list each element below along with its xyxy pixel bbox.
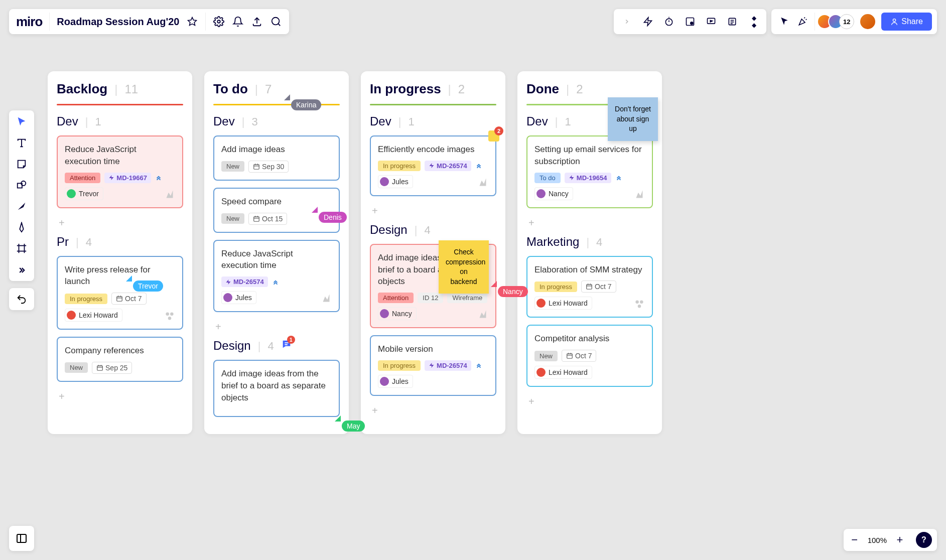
- add-card-button[interactable]: +: [57, 389, 183, 404]
- card-comment-badge[interactable]: 2: [488, 130, 499, 142]
- chevron-right-icon[interactable]: [621, 16, 633, 28]
- card-assignee: Nancy: [534, 187, 573, 200]
- card-title: Add image ideas from the brief to a boar…: [221, 368, 332, 403]
- svg-rect-46: [254, 217, 259, 221]
- more-icon[interactable]: ◆◆: [747, 16, 759, 28]
- kanban-card[interactable]: Company referencesNewSep 25: [57, 337, 183, 382]
- card-tag: Attention: [378, 293, 414, 303]
- top-left-toolbar: miro Roadmap Session Aug'20: [9, 9, 289, 34]
- timer-icon[interactable]: [663, 16, 675, 28]
- svg-point-6: [666, 19, 672, 25]
- section-title: Design: [213, 339, 251, 353]
- sync-icon: [476, 176, 489, 189]
- kanban-card[interactable]: Write press release for launchIn progres…: [57, 256, 183, 330]
- svg-rect-31: [117, 297, 122, 301]
- panel-toggle[interactable]: [9, 526, 34, 551]
- card-id: MD-26574: [221, 276, 268, 287]
- search-icon[interactable]: [270, 16, 282, 28]
- text-tool-icon[interactable]: [15, 136, 28, 150]
- kanban-column: Backlog|11Dev|1Reduce JavaScript executi…: [48, 71, 192, 434]
- column-title: Backlog: [57, 81, 107, 97]
- star-icon[interactable]: [186, 16, 198, 28]
- section-count: 3: [251, 115, 257, 128]
- comment-icon[interactable]: 1: [281, 339, 292, 350]
- zoom-control: − 100% + ?: [844, 529, 937, 551]
- kanban-card[interactable]: Competitor analysisNewOct 7Lexi Howard: [526, 325, 653, 387]
- card-assignee: Lexi Howard: [534, 297, 592, 310]
- share-button[interactable]: Share: [881, 13, 932, 31]
- zoom-out[interactable]: −: [849, 534, 861, 546]
- priority-icon: [615, 174, 622, 181]
- confetti-icon[interactable]: [796, 16, 808, 28]
- kanban-card[interactable]: Elaboration of SMM strategyIn progressOc…: [526, 256, 653, 318]
- card-tag: Attention: [65, 173, 100, 183]
- kanban-card[interactable]: Mobile versionIn progressMD-26574Jules: [370, 335, 496, 396]
- arrow-tool-icon[interactable]: [15, 200, 28, 213]
- gear-icon[interactable]: [213, 16, 225, 28]
- kanban-card[interactable]: Add image ideasNewSep 30: [213, 135, 340, 181]
- add-card-button[interactable]: +: [526, 215, 653, 231]
- svg-rect-42: [254, 165, 259, 169]
- card-tag: New: [534, 351, 558, 361]
- kanban-column: To do|7Dev|3Add image ideasNewSep 30Spee…: [204, 71, 349, 434]
- card-assignee: Trevor: [65, 187, 103, 200]
- kanban-board: Backlog|11Dev|1Reduce JavaScript executi…: [48, 71, 662, 434]
- add-card-button[interactable]: +: [57, 215, 183, 231]
- svg-marker-30: [109, 175, 114, 180]
- undo-button[interactable]: [9, 288, 34, 310]
- kanban-card[interactable]: Add image ideas from the brief to a boar…: [213, 360, 340, 416]
- bell-icon[interactable]: [232, 16, 244, 28]
- section-count: 4: [267, 340, 274, 353]
- kanban-card[interactable]: Speed compareNewOct 15: [213, 188, 340, 233]
- svg-point-36: [170, 313, 174, 316]
- card-assignee: Nancy: [378, 307, 417, 320]
- sync-icon: [320, 292, 333, 305]
- shape-tool-icon[interactable]: [15, 179, 28, 192]
- sticky-tool-icon[interactable]: [15, 158, 28, 171]
- card-title: Company references: [65, 345, 175, 357]
- add-card-button[interactable]: +: [370, 203, 496, 219]
- board-title[interactable]: Roadmap Session Aug'20: [57, 16, 179, 28]
- card-tag: New: [65, 362, 88, 373]
- help-button[interactable]: ?: [916, 532, 932, 548]
- left-toolbar: [9, 110, 34, 281]
- card-tag: In progress: [65, 294, 107, 304]
- section-title: Dev: [213, 114, 235, 128]
- pen-tool-icon[interactable]: [15, 221, 28, 234]
- logo[interactable]: miro: [16, 14, 42, 30]
- svg-marker-0: [188, 18, 197, 26]
- top-center-toolbar: ◆◆: [614, 9, 766, 34]
- kanban-card[interactable]: Reduce JavaScript execution timeAttentio…: [57, 135, 183, 208]
- section-title: Dev: [57, 114, 78, 128]
- card-tag: To do: [534, 173, 561, 183]
- presentation-icon[interactable]: [705, 16, 717, 28]
- frame-tool-icon[interactable]: [15, 242, 28, 255]
- section-count: 1: [565, 115, 571, 128]
- more-tools-icon[interactable]: [15, 263, 28, 276]
- svg-rect-56: [587, 285, 592, 289]
- add-card-button[interactable]: +: [213, 319, 340, 335]
- add-card-button[interactable]: +: [526, 394, 653, 409]
- zoom-in[interactable]: +: [894, 534, 906, 546]
- avatar-self[interactable]: [860, 14, 875, 29]
- top-right-toolbar: 12 Share: [771, 9, 937, 34]
- kanban-card[interactable]: Setting up email services for subscripti…: [526, 135, 653, 208]
- cursor-icon[interactable]: [778, 16, 790, 28]
- card-tag: In progress: [378, 161, 421, 171]
- kanban-card[interactable]: Add image ideas from the brief to a boar…: [370, 244, 496, 328]
- shapes-icon[interactable]: [684, 16, 696, 28]
- avatar-count[interactable]: 12: [839, 14, 854, 29]
- card-id: MD-19654: [565, 173, 611, 183]
- card-date: Oct 7: [562, 350, 596, 362]
- kanban-card[interactable]: Reduce JavaScript execution timeMD-26574…: [213, 240, 340, 313]
- card-assignee: Jules: [378, 375, 413, 388]
- list-icon[interactable]: [726, 16, 738, 28]
- export-icon[interactable]: [251, 16, 263, 28]
- select-tool-icon[interactable]: [15, 115, 28, 128]
- avatars[interactable]: 12: [821, 14, 854, 29]
- add-card-button[interactable]: +: [370, 403, 496, 418]
- bolt-icon[interactable]: [642, 16, 654, 28]
- kanban-card[interactable]: 2Efficiently encode imagesIn progressMD-…: [370, 135, 496, 196]
- svg-rect-38: [97, 366, 103, 370]
- card-title: Add image ideas: [221, 144, 332, 156]
